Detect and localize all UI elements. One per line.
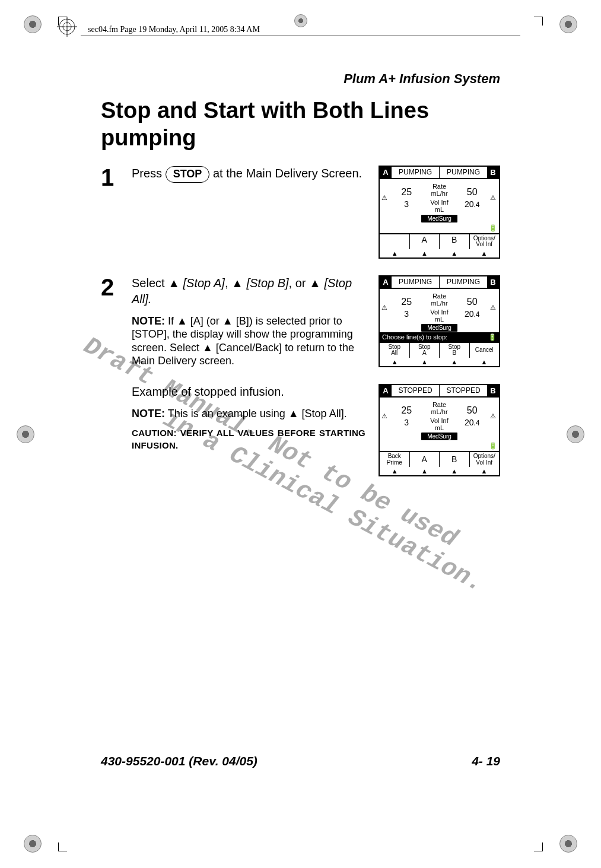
rate-a-value: 25 — [389, 405, 425, 416]
triangle-icon: ▲ — [309, 275, 321, 291]
softkey-triangle: ▲ — [380, 249, 409, 257]
choose-lines-prompt: Choose line(s) to stop: — [382, 333, 447, 341]
stop-a-ref: [Stop A] — [183, 276, 225, 290]
example-text: Example of stopped infusion. — [132, 384, 365, 400]
battery-icon: 🔋 — [489, 224, 497, 232]
step-1: 1 Press STOP at the Main Delivery Screen… — [101, 166, 500, 263]
line-b-status: PUMPING — [440, 276, 487, 288]
volinf-unit: mL — [425, 316, 454, 323]
note-label: NOTE: — [132, 408, 165, 419]
volinf-a-value: 3 — [389, 199, 425, 209]
rate-a-value: 25 — [389, 187, 425, 198]
alarm-icon: ⚠ — [381, 194, 389, 202]
line-b-label: B — [487, 276, 499, 288]
sep: , — [225, 276, 231, 290]
cca-badge: MedSurg — [421, 324, 457, 332]
example-block: Example of stopped infusion. NOTE: This … — [101, 384, 500, 481]
registration-mark — [559, 835, 577, 853]
triangle-icon: ▲ — [168, 275, 180, 291]
softkey-triangle: ▲ — [409, 358, 439, 366]
registration-mark — [17, 425, 34, 443]
softkey-triangle: ▲ — [469, 358, 499, 366]
rate-unit: mL/hr — [425, 190, 454, 197]
registration-mark — [567, 425, 584, 443]
step-body: Example of stopped infusion. NOTE: This … — [132, 384, 365, 452]
line-b-status: PUMPING — [440, 167, 487, 178]
rate-b-value: 50 — [454, 297, 491, 307]
rate-b-value: 50 — [454, 405, 491, 416]
device-screen-3: A STOPPED STOPPED B ⚠ 25 3 Rate mL/ — [379, 384, 500, 476]
softkey-triangle: ▲ — [469, 467, 499, 475]
softkey-4: Options/Vol Inf — [470, 234, 500, 249]
crop-mark — [58, 17, 67, 26]
device-screen-2: A PUMPING PUMPING B ⚠ 25 3 Rate mL/ — [379, 275, 500, 367]
softkey-3: B — [440, 234, 470, 249]
sep: , or — [289, 276, 309, 290]
footer-pagenum: 4- 19 — [472, 754, 500, 768]
softkey-stop-all: StopAll — [380, 343, 410, 358]
softkey-options-volinf: Options/Vol Inf — [470, 452, 500, 467]
frame-header: sec04.fm Page 19 Monday, April 11, 2005 … — [88, 25, 260, 34]
rate-unit: mL/hr — [425, 300, 454, 307]
cca-badge: MedSurg — [421, 215, 457, 222]
volinf-label: Vol Inf — [425, 199, 454, 206]
battery-icon: 🔋 — [489, 442, 497, 450]
rate-unit: mL/hr — [425, 408, 454, 415]
rate-label: Rate — [425, 183, 454, 190]
softkey-back-prime: BackPrime — [380, 452, 410, 467]
volinf-a-value: 3 — [389, 309, 425, 319]
cca-badge: MedSurg — [421, 433, 457, 440]
softkey-triangle: ▲ — [409, 249, 439, 257]
line-a-label: A — [380, 167, 392, 178]
line-a-status: STOPPED — [392, 385, 440, 396]
registration-mark — [24, 15, 42, 33]
rate-label: Rate — [425, 401, 454, 408]
volinf-b-value: 20.4 — [454, 418, 491, 427]
step-body: Press STOP at the Main Delivery Screen. — [132, 166, 365, 183]
alarm-icon: ⚠ — [381, 304, 389, 311]
line-b-label: B — [487, 385, 499, 396]
softkey-2: A — [410, 234, 440, 249]
alarm-icon: ⚠ — [490, 412, 497, 420]
alarm-icon: ⚠ — [381, 412, 389, 420]
device-screen-1: A PUMPING PUMPING B ⚠ 25 3 Rate mL/ — [379, 166, 500, 258]
softkey-triangle: ▲ — [440, 467, 469, 475]
step-body: Select ▲ [Stop A], ▲ [Stop B], or ▲ [Sto… — [132, 275, 365, 368]
alarm-icon: ⚠ — [490, 304, 497, 311]
line-a-status: PUMPING — [392, 276, 440, 288]
softkey-triangle: ▲ — [409, 467, 439, 475]
registration-mark — [24, 835, 42, 853]
example-note: This is an example using ▲ [Stop All]. — [165, 408, 347, 419]
section-title: Stop and Start with Both Lines pumping — [101, 97, 500, 151]
softkey-triangle: ▲ — [440, 358, 469, 366]
rate-b-value: 50 — [454, 187, 491, 198]
caution-label: CAUTION: — [132, 428, 177, 438]
battery-icon: 🔋 — [488, 333, 497, 341]
line-b-status: STOPPED — [440, 385, 487, 396]
softkey-b: B — [440, 452, 470, 467]
stop-b-ref: [Stop B] — [246, 276, 288, 290]
step-number: 2 — [101, 275, 119, 299]
softkey-stop-a: StopA — [410, 343, 440, 358]
running-head: Plum A+ Infusion System — [101, 71, 500, 87]
rate-label: Rate — [425, 292, 454, 300]
softkey-triangle: ▲ — [469, 249, 499, 257]
softkey-a: A — [410, 452, 440, 467]
softkey-cancel: Cancel — [470, 343, 500, 358]
volinf-unit: mL — [425, 424, 454, 431]
step2-text-a: Select — [132, 276, 168, 290]
step-number: 1 — [101, 166, 119, 189]
volinf-a-value: 3 — [389, 418, 425, 427]
crop-mark — [534, 17, 543, 26]
softkey-stop-b: StopB — [440, 343, 470, 358]
note-label: NOTE: — [132, 315, 165, 327]
softkey-triangle: ▲ — [440, 249, 469, 257]
softkey-1 — [380, 234, 410, 249]
line-a-label: A — [380, 385, 392, 396]
crop-mark — [58, 842, 67, 851]
volinf-label: Vol Inf — [425, 417, 454, 424]
softkey-triangle: ▲ — [380, 467, 409, 475]
footer-docnum: 430-95520-001 (Rev. 04/05) — [101, 754, 257, 768]
volinf-b-value: 20.4 — [454, 309, 491, 319]
step1-text-b: at the Main Delivery Screen. — [209, 167, 362, 180]
